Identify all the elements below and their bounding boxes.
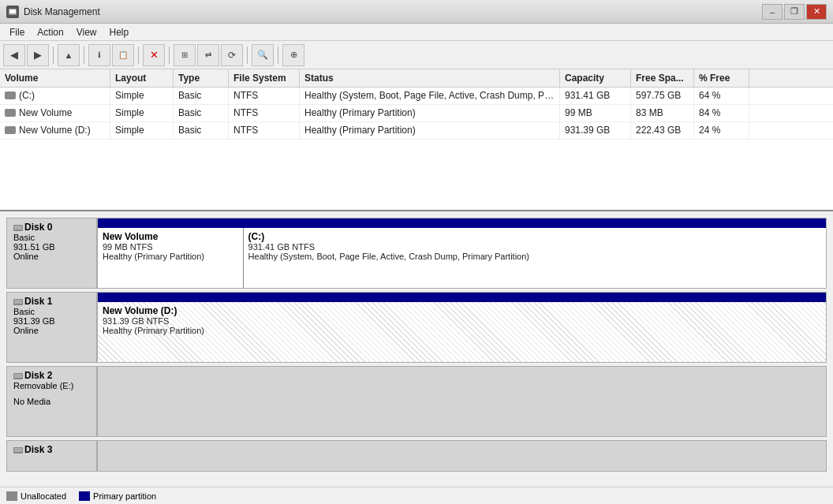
cell-fs-2: NTFS xyxy=(229,122,300,139)
disk-3-partitions xyxy=(97,440,827,472)
table-row[interactable]: New Volume (D:) Simple Basic NTFS Health… xyxy=(0,122,833,140)
cell-freepct-2: 24 % xyxy=(694,122,749,139)
disk-volume-0-1[interactable]: (C:) 931.41 GB NTFS Healthy (System, Boo… xyxy=(244,228,826,288)
toolbar-separator-1 xyxy=(53,47,54,64)
svg-rect-9 xyxy=(14,448,22,452)
cell-layout-0: Simple xyxy=(110,88,174,104)
cell-fs-0: NTFS xyxy=(229,88,300,104)
cell-layout-1: Simple xyxy=(110,105,174,121)
disk-2-name: Disk 2 xyxy=(13,370,90,381)
svg-rect-3 xyxy=(14,226,22,230)
col-header-type: Type xyxy=(174,69,229,87)
menu-help[interactable]: Help xyxy=(103,25,136,39)
disk-row-1: Disk 1 Basic 931.39 GB Online New Volume… xyxy=(6,292,827,363)
disk-volume-1-0[interactable]: New Volume (D:) 931.39 GB NTFS Healthy (… xyxy=(98,302,826,362)
cell-fs-1: NTFS xyxy=(229,105,300,121)
disk-label-3: Disk 3 xyxy=(6,440,97,472)
toolbar-separator-2 xyxy=(84,47,84,64)
disk-2-type: Removable (E:) xyxy=(13,381,90,390)
close-button[interactable]: ✕ xyxy=(806,4,827,20)
disk-1-vol0-info2: Healthy (Primary Partition) xyxy=(103,326,821,335)
format-button[interactable]: ⊞ xyxy=(174,44,196,66)
disk-0-volumes: New Volume 99 MB NTFS Healthy (Primary P… xyxy=(98,228,826,288)
svg-rect-1 xyxy=(9,9,16,13)
disk-1-type: Basic xyxy=(13,307,90,316)
disk-label-0: Disk 0 Basic 931.51 GB Online xyxy=(6,218,97,289)
disk-icon-1 xyxy=(5,109,16,117)
disk-0-vol0-name: New Volume xyxy=(103,231,238,242)
search-button[interactable]: 🔍 xyxy=(252,44,274,66)
table-row[interactable]: New Volume Simple Basic NTFS Healthy (Pr… xyxy=(0,105,833,122)
restore-button[interactable]: ❐ xyxy=(784,4,805,20)
show-props-button[interactable]: ℹ xyxy=(88,44,110,66)
legend-label-primary: Primary partition xyxy=(93,491,156,501)
up-button[interactable]: ▲ xyxy=(58,44,80,66)
disk-1-partitions: New Volume (D:) 931.39 GB NTFS Healthy (… xyxy=(97,292,827,363)
minimize-button[interactable]: – xyxy=(762,4,783,20)
disk-pane: Disk 0 Basic 931.51 GB Online New Volume… xyxy=(0,211,833,487)
legend-item-primary: Primary partition xyxy=(79,491,156,501)
disk-0-vol0-info2: Healthy (Primary Partition) xyxy=(103,252,238,261)
title-bar: Disk Management – ❐ ✕ xyxy=(0,0,833,24)
app-icon xyxy=(6,6,19,18)
cell-status-0: Healthy (System, Boot, Page File, Active… xyxy=(300,88,560,104)
legend-item-unallocated: Unallocated xyxy=(6,491,66,501)
disk-1-size: 931.39 GB xyxy=(13,316,90,326)
forward-button[interactable]: ▶ xyxy=(27,44,49,66)
cell-type-0: Basic xyxy=(174,88,229,104)
disk-1-name: Disk 1 xyxy=(13,296,90,307)
disk-icon-2 xyxy=(5,126,16,134)
disk-row-0: Disk 0 Basic 931.51 GB Online New Volume… xyxy=(6,218,827,289)
toolbar-separator-5 xyxy=(247,47,248,64)
menu-view[interactable]: View xyxy=(70,25,103,39)
disk-row-3: Disk 3 xyxy=(6,440,827,472)
disk-label-1: Disk 1 Basic 931.39 GB Online xyxy=(6,292,97,363)
back-button[interactable]: ◀ xyxy=(3,44,25,66)
disk-0-type: Basic xyxy=(13,233,90,242)
col-header-status: Status xyxy=(300,69,560,87)
disk-label-2: Disk 2 Removable (E:) No Media xyxy=(6,366,97,437)
cell-freepct-0: 64 % xyxy=(694,88,749,104)
menu-action[interactable]: Action xyxy=(31,25,69,39)
table-header: Volume Layout Type File System Status Ca… xyxy=(0,69,833,88)
toolbar-separator-4 xyxy=(169,47,170,64)
disk-3-name: Disk 3 xyxy=(13,444,90,455)
cell-freespace-1: 83 MB xyxy=(631,105,694,121)
disk-0-partitions: New Volume 99 MB NTFS Healthy (Primary P… xyxy=(97,218,827,289)
cell-volume-1: New Volume xyxy=(0,105,110,121)
cell-capacity-0: 931.41 GB xyxy=(560,88,631,104)
disk-1-vol0-info1: 931.39 GB NTFS xyxy=(103,316,821,326)
menu-bar: File Action View Help xyxy=(0,24,833,41)
table-row[interactable]: (C:) Simple Basic NTFS Healthy (System, … xyxy=(0,88,833,105)
disk-2-volumes xyxy=(98,367,826,436)
disk-2-partitions xyxy=(97,366,827,437)
disk-0-size: 931.51 GB xyxy=(13,242,90,252)
svg-rect-7 xyxy=(14,374,22,378)
cell-type-2: Basic xyxy=(174,122,229,139)
volume-pane: Volume Layout Type File System Status Ca… xyxy=(0,69,833,211)
cell-freespace-2: 222.43 GB xyxy=(631,122,694,139)
col-header-freepct: % Free xyxy=(694,69,749,87)
shrink-button[interactable]: ⇄ xyxy=(197,44,219,66)
disk-volume-0-0[interactable]: New Volume 99 MB NTFS Healthy (Primary P… xyxy=(98,228,244,288)
menu-file[interactable]: File xyxy=(3,25,31,39)
col-header-freespace: Free Spa... xyxy=(631,69,694,87)
refresh-button[interactable]: ⟳ xyxy=(221,44,243,66)
legend-label-unallocated: Unallocated xyxy=(21,491,66,501)
cell-layout-2: Simple xyxy=(110,122,174,139)
cell-capacity-2: 931.39 GB xyxy=(560,122,631,139)
toolbar-separator-6 xyxy=(278,47,278,64)
cell-status-1: Healthy (Primary Partition) xyxy=(300,105,560,121)
col-header-volume: Volume xyxy=(0,69,110,87)
svg-rect-5 xyxy=(14,300,22,304)
legend-box-primary xyxy=(79,491,90,501)
cell-volume-0: (C:) xyxy=(0,88,110,104)
cell-volume-2: New Volume (D:) xyxy=(0,122,110,139)
cell-freepct-1: 84 % xyxy=(694,105,749,121)
disk-0-vol1-info1: 931.41 GB NTFS xyxy=(248,242,821,252)
disk-2-status: No Media xyxy=(13,397,90,406)
delete-button[interactable]: ✕ xyxy=(143,44,165,66)
disk-0-status: Online xyxy=(13,252,90,261)
properties-button[interactable]: 📋 xyxy=(112,44,134,66)
extend-button[interactable]: ⊕ xyxy=(282,44,304,66)
